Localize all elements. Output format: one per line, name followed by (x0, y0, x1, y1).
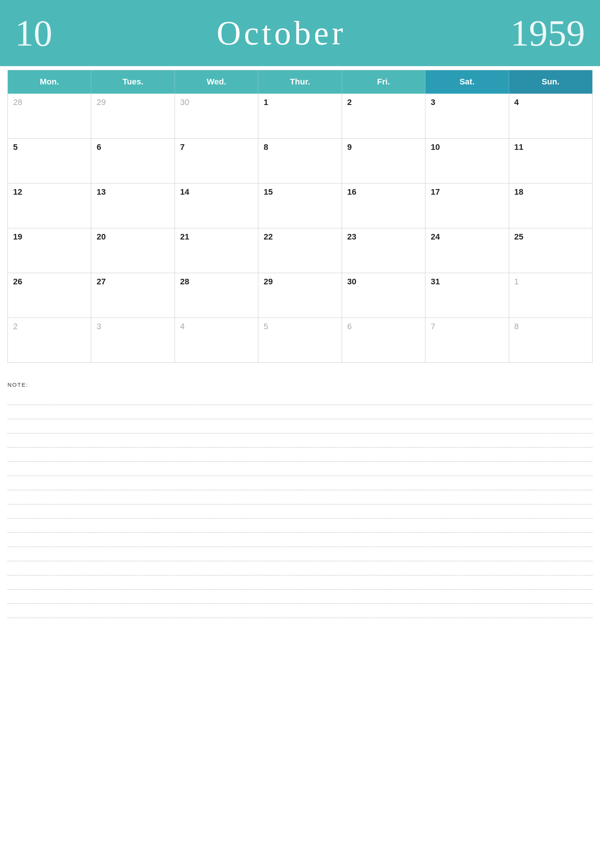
cal-cell: 30 (342, 273, 426, 318)
note-line[interactable] (8, 405, 592, 419)
cal-cell: 2 (342, 94, 426, 139)
cal-cell: 12 (8, 183, 91, 228)
year: 1959 (510, 12, 585, 54)
note-line[interactable] (8, 519, 592, 533)
cal-cell: 22 (258, 228, 342, 273)
note-line[interactable] (8, 419, 592, 434)
cal-cell: 26 (8, 273, 91, 318)
cal-cell: 6 (91, 139, 174, 183)
note-line[interactable] (8, 462, 592, 476)
cal-cell: 3 (426, 94, 509, 139)
calendar-grid: Mon. Tues. Wed. Thur. Fri. Sat. Sun. 28 … (8, 70, 592, 363)
notes-label: NOTE: (8, 381, 592, 388)
day-header-tue: Tues. (91, 70, 174, 94)
cal-cell: 8 (258, 139, 342, 183)
day-header-thu: Thur. (258, 70, 342, 94)
cal-cell: 30 (175, 94, 258, 139)
cal-cell: 28 (8, 94, 91, 139)
day-header-fri: Fri. (342, 70, 426, 94)
cal-cell: 23 (342, 228, 426, 273)
cal-cell: 3 (91, 318, 174, 363)
cal-cell: 18 (509, 183, 592, 228)
calendar-header: 10 October 1959 (0, 0, 600, 66)
cal-cell: 1 (258, 94, 342, 139)
cal-cell: 14 (175, 183, 258, 228)
day-header-sat: Sat. (426, 70, 509, 94)
note-line[interactable] (8, 590, 592, 604)
cal-cell: 13 (91, 183, 174, 228)
cal-cell: 15 (258, 183, 342, 228)
note-line[interactable] (8, 434, 592, 448)
cal-cell: 4 (509, 94, 592, 139)
cal-cell: 16 (342, 183, 426, 228)
cal-cell: 5 (258, 318, 342, 363)
note-line[interactable] (8, 604, 592, 618)
cal-cell: 29 (258, 273, 342, 318)
note-line[interactable] (8, 476, 592, 490)
day-header-sun: Sun. (509, 70, 592, 94)
day-header-wed: Wed. (175, 70, 258, 94)
cal-cell: 4 (175, 318, 258, 363)
cal-cell: 6 (342, 318, 426, 363)
cal-cell: 2 (8, 318, 91, 363)
calendar-container: Mon. Tues. Wed. Thur. Fri. Sat. Sun. 28 … (0, 66, 600, 378)
note-line[interactable] (8, 448, 592, 462)
note-line[interactable] (8, 490, 592, 504)
cal-cell: 7 (175, 139, 258, 183)
month-number: 10 (15, 12, 52, 54)
cal-cell: 9 (342, 139, 426, 183)
cal-cell: 10 (426, 139, 509, 183)
cal-cell: 31 (426, 273, 509, 318)
cal-cell: 27 (91, 273, 174, 318)
cal-cell: 8 (509, 318, 592, 363)
note-line[interactable] (8, 547, 592, 561)
cal-cell: 25 (509, 228, 592, 273)
note-line[interactable] (8, 533, 592, 547)
cal-cell: 17 (426, 183, 509, 228)
day-header-mon: Mon. (8, 70, 91, 94)
cal-cell: 1 (509, 273, 592, 318)
notes-section: NOTE: (0, 378, 600, 626)
cal-cell: 24 (426, 228, 509, 273)
cal-cell: 28 (175, 273, 258, 318)
note-line[interactable] (8, 575, 592, 590)
note-line[interactable] (8, 561, 592, 575)
note-line[interactable] (8, 504, 592, 519)
cal-cell: 20 (91, 228, 174, 273)
note-line[interactable] (8, 391, 592, 405)
cal-cell: 7 (426, 318, 509, 363)
cal-cell: 19 (8, 228, 91, 273)
cal-cell: 11 (509, 139, 592, 183)
month-name: October (52, 14, 510, 52)
cal-cell: 21 (175, 228, 258, 273)
notes-lines (8, 391, 592, 618)
cal-cell: 5 (8, 139, 91, 183)
cal-cell: 29 (91, 94, 174, 139)
